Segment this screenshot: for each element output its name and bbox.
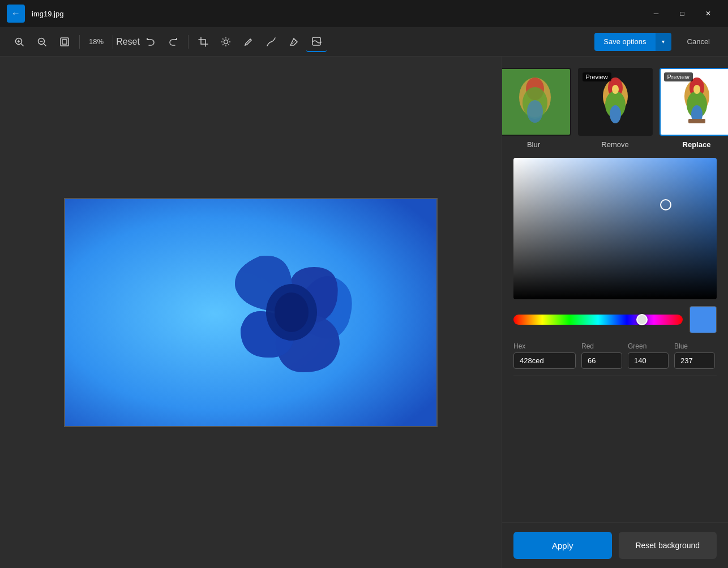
back-button[interactable]: ← (7, 5, 25, 23)
color-picker-handle[interactable] (660, 199, 671, 210)
zoom-out-icon (37, 37, 47, 47)
color-preview-box (690, 306, 717, 333)
toolbar-divider-2 (113, 35, 113, 49)
replace-mode-label: Replace (683, 140, 711, 149)
blue-label: Blue (674, 342, 715, 350)
undo-icon (145, 37, 156, 47)
hex-label: Hex (513, 342, 576, 350)
redo-button[interactable] (163, 32, 183, 52)
fit-icon (59, 37, 70, 47)
blur-preview-svg (502, 69, 571, 136)
zoom-out-button[interactable] (32, 32, 52, 52)
svg-line-5 (44, 44, 46, 46)
svg-line-16 (228, 38, 229, 39)
reset-label: Reset (116, 37, 140, 47)
reset-button[interactable]: Reset (118, 32, 138, 52)
svg-line-17 (222, 44, 223, 45)
remove-preview-badge: Preview (583, 72, 611, 81)
replace-mode-thumb: Preview (660, 68, 729, 136)
svg-rect-7 (61, 38, 68, 46)
save-options-button[interactable]: Save options (594, 33, 655, 51)
green-label: Green (628, 342, 669, 350)
blur-mode-thumb (502, 68, 571, 136)
filename-label: img19.jpg (32, 10, 63, 18)
svg-rect-38 (688, 119, 705, 123)
markup-icon (243, 37, 254, 47)
blur-mode-item[interactable]: Blur (502, 68, 571, 149)
draw-button[interactable] (261, 32, 281, 52)
cancel-button[interactable]: Cancel (678, 33, 719, 51)
back-icon: ← (11, 8, 20, 19)
blur-mode-label: Blur (527, 140, 540, 149)
maximize-button[interactable]: □ (669, 5, 695, 23)
svg-point-9 (224, 40, 228, 44)
apply-button[interactable]: Apply (513, 532, 612, 559)
svg-point-37 (693, 85, 700, 94)
fit-button[interactable] (54, 32, 75, 52)
green-input[interactable] (628, 352, 669, 369)
blue-input[interactable] (674, 352, 715, 369)
save-options-chevron-button[interactable]: ▾ (656, 33, 671, 51)
undo-button[interactable] (140, 32, 161, 52)
right-panel: Blur Preview Remove (502, 57, 728, 568)
brightness-icon (221, 37, 231, 47)
red-input-group: Red (581, 342, 622, 369)
bg-modes: Blur Preview Remove (502, 57, 728, 158)
svg-rect-20 (65, 199, 438, 427)
crop-icon (198, 37, 208, 47)
hex-input[interactable] (513, 352, 576, 369)
canvas-svg (65, 199, 438, 427)
svg-line-15 (228, 44, 229, 45)
redo-icon (168, 37, 178, 47)
draw-icon (266, 37, 276, 47)
replace-parrot-svg (674, 74, 720, 130)
svg-point-31 (610, 105, 621, 123)
reset-background-button[interactable]: Reset background (619, 532, 717, 559)
background-button[interactable] (306, 32, 327, 52)
color-gradient-picker[interactable] (513, 158, 717, 299)
toolbar: 18% Reset (0, 27, 728, 57)
hue-slider[interactable] (513, 315, 683, 325)
minimize-button[interactable]: ─ (643, 5, 669, 23)
brightness-button[interactable] (216, 32, 236, 52)
close-button[interactable]: ✕ (695, 5, 721, 23)
color-section-divider (513, 376, 717, 376)
crop-button[interactable] (193, 32, 213, 52)
erase-icon (289, 37, 299, 47)
color-inputs: Hex Red Green Blue (513, 342, 717, 369)
svg-point-32 (612, 85, 619, 94)
remove-mode-thumb: Preview (578, 68, 653, 136)
replace-preview-badge: Preview (664, 72, 693, 81)
svg-line-1 (22, 44, 24, 46)
reset-background-label: Reset background (635, 541, 700, 550)
zoom-in-button[interactable] (9, 32, 29, 52)
erase-button[interactable] (284, 32, 304, 52)
svg-line-14 (222, 38, 223, 39)
hue-row (513, 306, 717, 333)
bottom-bar: Apply Reset background (502, 522, 728, 568)
color-picker-section: Hex Red Green Blue (502, 158, 728, 522)
svg-point-22 (275, 292, 309, 332)
red-input[interactable] (581, 352, 622, 369)
hue-slider-thumb (636, 314, 648, 325)
markup-button[interactable] (238, 32, 259, 52)
zoom-in-icon (14, 37, 24, 47)
hex-input-group: Hex (513, 342, 576, 369)
toolbar-divider-3 (188, 35, 189, 49)
cancel-label: Cancel (687, 37, 710, 46)
svg-rect-8 (62, 40, 67, 44)
save-options-group: Save options ▾ (594, 33, 671, 51)
chevron-down-icon: ▾ (662, 38, 665, 45)
svg-point-27 (527, 100, 543, 123)
save-options-label: Save options (603, 37, 646, 46)
canvas-area[interactable] (0, 57, 502, 568)
remove-mode-label: Remove (601, 140, 628, 149)
replace-mode-item[interactable]: Preview Replace (660, 68, 729, 149)
remove-parrot-svg (593, 74, 638, 130)
remove-mode-item[interactable]: Preview Remove (578, 68, 653, 149)
apply-label: Apply (552, 541, 573, 550)
titlebar: ← img19.jpg ─ □ ✕ (0, 0, 728, 27)
window-controls: ─ □ ✕ (643, 5, 721, 23)
red-label: Red (581, 342, 622, 350)
toolbar-divider-1 (79, 35, 80, 49)
